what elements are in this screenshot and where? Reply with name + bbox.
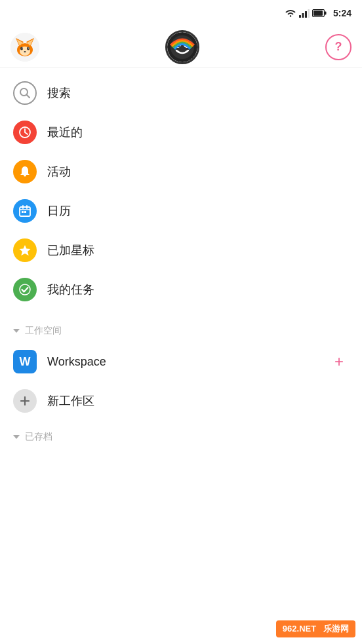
- status-bar: 5:24: [0, 0, 362, 26]
- app-logo[interactable]: [165, 30, 199, 64]
- svg-marker-34: [20, 245, 31, 256]
- svg-rect-6: [325, 12, 327, 15]
- svg-rect-0: [299, 15, 301, 18]
- watermark: 962.NET 乐游网: [276, 620, 355, 637]
- menu-item-calendar[interactable]: 日历: [0, 191, 362, 231]
- recent-icon-container: [13, 121, 37, 144]
- svg-rect-32: [22, 211, 24, 213]
- svg-point-18: [24, 51, 26, 52]
- wifi-icon: [285, 9, 296, 18]
- workspace-letter: W: [20, 355, 31, 369]
- svg-point-17: [28, 47, 29, 48]
- svg-rect-5: [313, 10, 323, 16]
- battery-icon: [312, 9, 327, 17]
- plus-icon: [19, 395, 31, 407]
- header: ?: [0, 26, 362, 68]
- status-icons: [285, 9, 327, 18]
- starred-label: 已加星标: [47, 242, 94, 258]
- menu-item-starred[interactable]: 已加星标: [0, 231, 362, 270]
- archived-chevron-icon: [13, 435, 20, 439]
- workspace-chevron-icon: [13, 329, 20, 333]
- menu-item-tasks[interactable]: 我的任务: [0, 270, 362, 309]
- archived-section-label: 已存档: [25, 431, 52, 443]
- menu-item-activity[interactable]: 活动: [0, 152, 362, 191]
- workspace-section-header[interactable]: 工作空间: [0, 314, 362, 342]
- fox-avatar-icon: [10, 33, 39, 62]
- new-workspace-item[interactable]: 新工作区: [0, 381, 362, 421]
- svg-rect-1: [302, 13, 304, 18]
- starred-icon-container: [13, 238, 37, 262]
- menu-item-recent[interactable]: 最近的: [0, 113, 362, 152]
- svg-rect-33: [24, 211, 26, 213]
- bell-icon: [18, 165, 31, 178]
- svg-point-16: [22, 47, 22, 48]
- signal-icon: [299, 9, 310, 18]
- watermark-domain: 962.NET: [283, 624, 316, 634]
- workspace-item[interactable]: W Workspace +: [0, 342, 362, 381]
- star-icon: [18, 244, 31, 257]
- check-icon: [18, 283, 31, 296]
- new-workspace-icon: [13, 389, 37, 413]
- help-label: ?: [335, 40, 342, 54]
- menu-list: 搜索 最近的 活动: [0, 68, 362, 314]
- calendar-label: 日历: [47, 203, 71, 219]
- svg-point-14: [20, 47, 23, 50]
- menu-item-search[interactable]: 搜索: [0, 73, 362, 113]
- svg-rect-2: [305, 11, 307, 18]
- svg-rect-3: [308, 9, 310, 18]
- search-icon-container: [13, 81, 37, 105]
- recent-label: 最近的: [47, 124, 83, 140]
- svg-point-15: [27, 47, 30, 50]
- clock-icon: [18, 126, 31, 139]
- app-logo-icon: [167, 32, 197, 62]
- calendar-icon: [18, 204, 31, 218]
- tasks-icon-container: [13, 278, 37, 301]
- tasks-label: 我的任务: [47, 282, 94, 297]
- workspace-name: Workspace: [47, 355, 319, 369]
- user-avatar[interactable]: [10, 33, 39, 62]
- svg-line-26: [27, 95, 30, 98]
- watermark-text: 乐游网: [323, 624, 349, 634]
- new-workspace-label: 新工作区: [47, 393, 349, 409]
- workspace-section-label: 工作空间: [25, 325, 62, 337]
- search-label: 搜索: [47, 85, 71, 101]
- search-icon: [19, 87, 31, 99]
- calendar-icon-container: [13, 199, 37, 223]
- activity-label: 活动: [47, 164, 71, 180]
- help-button[interactable]: ?: [325, 34, 352, 60]
- archived-section-header[interactable]: 已存档: [0, 421, 362, 448]
- workspace-add-button[interactable]: +: [329, 350, 349, 373]
- status-bar-time: 5:24: [333, 8, 352, 18]
- activity-icon-container: [13, 160, 37, 183]
- workspace-icon: W: [13, 350, 37, 373]
